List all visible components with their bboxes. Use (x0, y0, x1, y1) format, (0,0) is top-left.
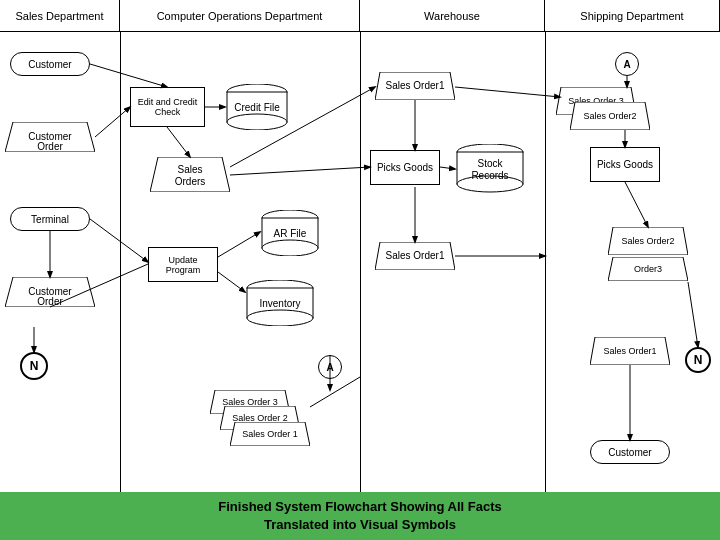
stock-records: Stock Records (455, 144, 525, 194)
svg-text:AR File: AR File (274, 228, 307, 239)
credit-file: Credit File (225, 84, 290, 130)
sales-order1-shipping: Sales Order1 (590, 337, 670, 365)
edit-credit-check: Edit and Credit Check (130, 87, 205, 127)
svg-text:Sales: Sales (177, 164, 202, 175)
ar-file: AR File (260, 210, 320, 256)
svg-text:Sales Order1: Sales Order1 (386, 80, 445, 91)
inventory: Inventory (245, 280, 315, 326)
dept-headers: Sales Department Computer Operations Dep… (0, 0, 720, 32)
svg-text:Records: Records (471, 170, 508, 181)
sales-order1-warehouse: Sales Order1 (375, 72, 455, 100)
terminal: Terminal (10, 207, 90, 231)
dept-header-computer: Computer Operations Department (120, 0, 360, 31)
svg-text:Sales Order 1: Sales Order 1 (242, 429, 298, 439)
svg-line-46 (90, 64, 167, 87)
a-connector-computer: A (318, 355, 342, 379)
n-shipping: N (685, 347, 711, 373)
svg-text:Orders: Orders (175, 176, 206, 187)
svg-line-47 (95, 107, 130, 137)
svg-line-50 (230, 167, 370, 175)
order3-shipping: Order3 (608, 257, 688, 281)
svg-line-62 (625, 182, 648, 227)
flowchart-area: Customer Customer Order Terminal Custome… (0, 32, 720, 492)
svg-point-8 (227, 114, 287, 130)
sales-order2-shipping-2: Sales Order2 (608, 227, 688, 255)
sales-order1-stack: Sales Order 1 (230, 422, 310, 446)
svg-text:Sales Order2: Sales Order2 (583, 111, 636, 121)
picks-goods-shipping: Picks Goods (590, 147, 660, 182)
a-connector-shipping: A (615, 52, 639, 76)
svg-line-69 (310, 377, 360, 407)
dept-header-warehouse: Warehouse (360, 0, 545, 31)
dept-header-sales: Sales Department (0, 0, 120, 31)
svg-line-54 (218, 232, 260, 257)
svg-point-15 (262, 240, 318, 256)
customer-order-1: Customer Order (5, 122, 95, 152)
update-program: Update Program (148, 247, 218, 282)
picks-goods-warehouse: Picks Goods (370, 150, 440, 185)
svg-text:Sales Order2: Sales Order2 (621, 236, 674, 246)
svg-text:Stock: Stock (477, 158, 503, 169)
svg-line-49 (167, 127, 190, 157)
svg-line-56 (440, 167, 455, 169)
footer-line1: Finished System Flowchart Showing All Fa… (218, 498, 501, 516)
svg-text:Sales Order1: Sales Order1 (386, 250, 445, 261)
footer-line2: Translated into Visual Symbols (218, 516, 501, 534)
svg-text:Credit File: Credit File (234, 102, 280, 113)
customer-top: Customer (10, 52, 90, 76)
sales-order1-warehouse-2: Sales Order1 (375, 242, 455, 270)
svg-point-19 (247, 310, 313, 326)
n-bottom-sales: N (20, 352, 48, 380)
customer-bottom-shipping: Customer (590, 440, 670, 464)
customer-order-2: Customer Order (5, 277, 95, 307)
sales-orders-1: Sales Orders (150, 157, 230, 192)
svg-text:Order3: Order3 (634, 264, 662, 274)
svg-line-65 (688, 282, 698, 347)
svg-text:Sales Order1: Sales Order1 (603, 346, 656, 356)
svg-text:Order: Order (37, 141, 63, 152)
sales-order2-shipping: Sales Order2 (570, 102, 650, 130)
svg-line-53 (90, 219, 148, 262)
dept-header-shipping: Shipping Department (545, 0, 720, 31)
svg-text:Inventory: Inventory (259, 298, 300, 309)
svg-text:Order: Order (37, 296, 63, 307)
footer: Finished System Flowchart Showing All Fa… (0, 492, 720, 540)
svg-line-55 (218, 272, 245, 292)
